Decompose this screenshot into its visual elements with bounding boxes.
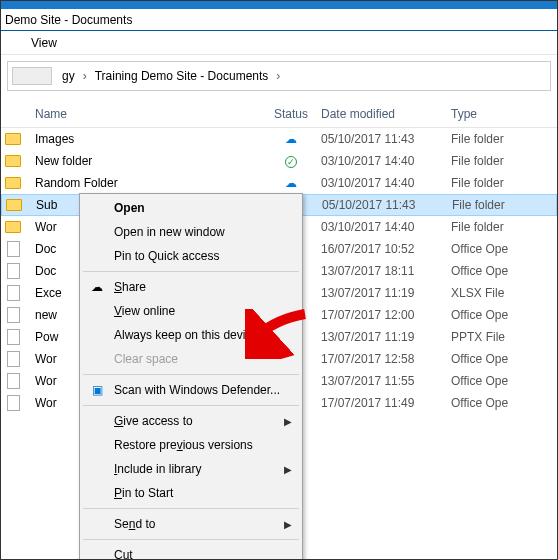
chevron-right-icon: ▶ (284, 416, 292, 427)
menu-view-online[interactable]: View online (82, 299, 300, 323)
file-icon (7, 307, 20, 323)
column-headers: Name Status Date modified Type (1, 101, 557, 128)
breadcrumb[interactable]: gy › Training Demo Site - Documents › (7, 61, 551, 91)
type-cell: Office Ope (451, 396, 541, 410)
date-cell: 16/07/2017 10:52 (321, 242, 451, 256)
type-cell: Office Ope (451, 264, 541, 278)
cloud-icon: ☁ (88, 280, 106, 294)
date-cell: 03/10/2017 14:40 (321, 154, 451, 168)
menu-include-library[interactable]: Include in library▶ (82, 457, 300, 481)
table-row[interactable]: Random Folder☁03/10/2017 14:40File folde… (1, 172, 557, 194)
date-cell: 13/07/2017 11:19 (321, 330, 451, 344)
file-icon (7, 285, 20, 301)
menu-always-keep[interactable]: Always keep on this device (82, 323, 300, 347)
type-cell: PPTX File (451, 330, 541, 344)
window-title: Demo Site - Documents (1, 13, 132, 27)
menu-pin-start[interactable]: Pin to Start (82, 481, 300, 505)
menu-bar: View (1, 31, 557, 55)
type-cell: File folder (451, 154, 541, 168)
date-cell: 05/10/2017 11:43 (321, 132, 451, 146)
file-icon (7, 241, 20, 257)
chevron-right-icon: ▶ (284, 519, 292, 530)
chevron-right-icon: › (274, 69, 282, 83)
menu-restore-previous[interactable]: Restore previous versions (82, 433, 300, 457)
file-name: Random Folder (25, 176, 261, 190)
menu-view[interactable]: View (19, 32, 69, 54)
date-cell: 13/07/2017 18:11 (321, 264, 451, 278)
file-icon (7, 373, 20, 389)
type-cell: Office Ope (451, 242, 541, 256)
menu-open-new-window[interactable]: Open in new window (82, 220, 300, 244)
table-row[interactable]: Images☁05/10/2017 11:43File folder (1, 128, 557, 150)
defender-icon: ▣ (88, 383, 106, 397)
folder-icon (5, 177, 21, 189)
col-date-header[interactable]: Date modified (321, 107, 451, 121)
date-cell: 05/10/2017 11:43 (322, 198, 452, 212)
folder-icon (5, 155, 21, 167)
chevron-right-icon: ▶ (284, 464, 292, 475)
file-name: New folder (25, 154, 261, 168)
status-cell: ☁ (261, 132, 321, 146)
col-type-header[interactable]: Type (451, 107, 541, 121)
title-bar: Demo Site - Documents (1, 9, 557, 31)
type-cell: File folder (452, 198, 542, 212)
menu-clear-space: Clear space (82, 347, 300, 371)
date-cell: 13/07/2017 11:55 (321, 374, 451, 388)
col-name-header[interactable]: Name (25, 107, 261, 121)
cloud-icon: ☁ (285, 176, 297, 190)
folder-icon (5, 133, 21, 145)
status-cell: ✓ (261, 154, 321, 168)
menu-cut[interactable]: Cut (82, 543, 300, 560)
check-circle-icon: ✓ (285, 156, 297, 168)
col-status-header[interactable]: Status (261, 107, 321, 121)
menu-share[interactable]: ☁ Share (82, 275, 300, 299)
date-cell: 17/07/2017 12:00 (321, 308, 451, 322)
type-cell: Office Ope (451, 374, 541, 388)
file-icon (7, 395, 20, 411)
date-cell: 13/07/2017 11:19 (321, 286, 451, 300)
cloud-icon: ☁ (285, 132, 297, 146)
menu-pin-quick-access[interactable]: Pin to Quick access (82, 244, 300, 268)
type-cell: XLSX File (451, 286, 541, 300)
folder-icon (5, 221, 21, 233)
type-cell: File folder (451, 220, 541, 234)
type-cell: File folder (451, 132, 541, 146)
type-cell: File folder (451, 176, 541, 190)
menu-send-to[interactable]: Send to▶ (82, 512, 300, 536)
file-icon (7, 329, 20, 345)
type-cell: Office Ope (451, 352, 541, 366)
chevron-right-icon: › (81, 69, 89, 83)
date-cell: 17/07/2017 12:58 (321, 352, 451, 366)
menu-scan-defender[interactable]: ▣ Scan with Windows Defender... (82, 378, 300, 402)
file-icon (7, 263, 20, 279)
breadcrumb-current[interactable]: Training Demo Site - Documents (89, 69, 275, 83)
folder-icon (6, 199, 22, 211)
breadcrumb-parent[interactable]: gy (56, 69, 81, 83)
context-menu: Open Open in new window Pin to Quick acc… (79, 193, 303, 560)
menu-open[interactable]: Open (82, 196, 300, 220)
file-icon (7, 351, 20, 367)
type-cell: Office Ope (451, 308, 541, 322)
date-cell: 17/07/2017 11:49 (321, 396, 451, 410)
file-name: Images (25, 132, 261, 146)
table-row[interactable]: New folder✓03/10/2017 14:40File folder (1, 150, 557, 172)
menu-give-access[interactable]: Give access to▶ (82, 409, 300, 433)
date-cell: 03/10/2017 14:40 (321, 220, 451, 234)
status-cell: ☁ (261, 176, 321, 190)
date-cell: 03/10/2017 14:40 (321, 176, 451, 190)
